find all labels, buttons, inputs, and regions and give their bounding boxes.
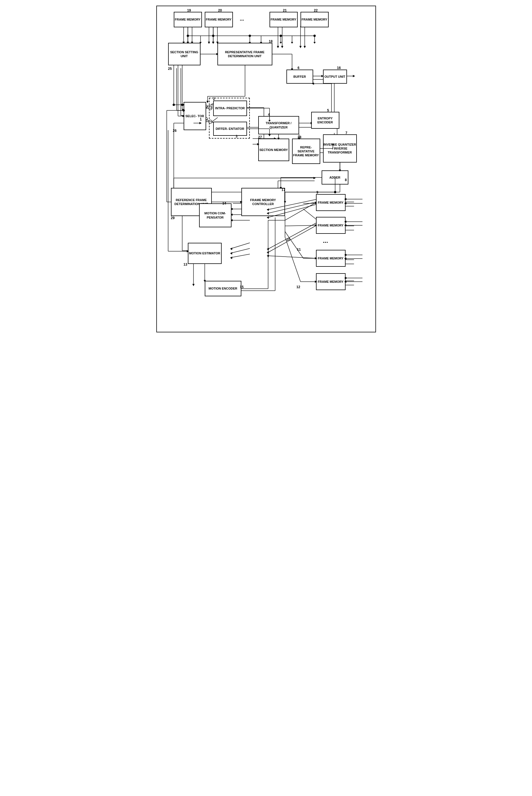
label-21: 21 <box>283 8 287 13</box>
svg-point-152 <box>173 103 175 106</box>
label-10: 10 <box>286 238 290 242</box>
frame-memory-12: FRAME MEMORY <box>316 273 345 290</box>
inverse-quantizer: INVERSE QUANTIZER / INVERSE TRANSFORMER <box>323 134 357 163</box>
svg-marker-212 <box>267 248 269 250</box>
frame-memory-21: FRAME MEMORY <box>269 12 298 27</box>
label-4: 4 <box>268 113 270 117</box>
svg-point-188 <box>334 191 336 193</box>
svg-marker-133 <box>212 42 214 44</box>
svg-marker-101 <box>230 248 232 250</box>
svg-line-104 <box>231 254 250 258</box>
label-5: 5 <box>327 109 329 112</box>
label-29: 29 <box>171 216 175 220</box>
svg-line-197 <box>285 225 316 226</box>
svg-line-195 <box>285 203 316 220</box>
svg-line-213 <box>268 226 316 252</box>
ellipsis-middle: ... <box>323 237 328 245</box>
label-22: 22 <box>314 8 318 13</box>
svg-point-127 <box>212 35 214 37</box>
svg-marker-144 <box>291 42 293 44</box>
svg-marker-216 <box>267 254 269 257</box>
svg-point-146 <box>314 35 316 37</box>
svg-marker-38 <box>206 101 209 103</box>
label-12: 12 <box>297 285 300 289</box>
motion-compensator: MOTION COM- PENSATOR <box>199 203 231 227</box>
repr-frame-memory: REPRE- SENTATIVE FRAME MEMORY <box>292 138 320 164</box>
adder: ADDER <box>322 170 348 185</box>
label-15: 15 <box>240 285 244 289</box>
label-27: 27 <box>258 135 262 139</box>
svg-marker-9 <box>212 42 214 44</box>
svg-marker-111 <box>192 284 195 286</box>
label-11: 11 <box>297 248 301 251</box>
svg-marker-103 <box>230 252 232 254</box>
svg-line-102 <box>231 248 250 253</box>
svg-marker-15 <box>281 46 283 48</box>
svg-marker-148 <box>314 42 316 44</box>
label-19: 19 <box>187 8 191 13</box>
svg-line-215 <box>268 256 316 258</box>
section-setting-unit: SECTION SETTING UNIT <box>168 43 201 65</box>
frame-memory-19: FRAME MEMORY <box>174 12 202 27</box>
frame-memory-controller: FRAME MEMORY CONTROLLER <box>241 188 285 216</box>
label-20: 20 <box>218 8 222 13</box>
label-8: 8 <box>345 178 347 182</box>
buffer: BUFFER <box>286 70 313 84</box>
svg-point-138 <box>249 35 251 37</box>
label-7: 7 <box>345 131 347 135</box>
frame-memory-20: FRAME MEMORY <box>205 12 233 27</box>
motion-encoder: MOTION ENCODER <box>205 281 241 296</box>
svg-marker-28 <box>353 75 355 77</box>
label-14: 14 <box>223 202 226 205</box>
label-13: 13 <box>184 263 187 266</box>
svg-marker-17 <box>299 46 302 48</box>
svg-line-202 <box>285 237 301 282</box>
svg-line-199 <box>285 231 303 258</box>
label-3: 3 <box>236 134 238 138</box>
intra-predictor: INTRA- PREDICTOR <box>213 100 247 116</box>
svg-marker-109 <box>314 177 316 179</box>
frame-memory-11: FRAME MEMORY <box>316 250 345 267</box>
svg-marker-142 <box>280 42 282 44</box>
svg-point-153 <box>181 103 183 106</box>
section-memory: SECTION MEMORY <box>258 138 289 161</box>
label-26: 26 <box>173 129 176 133</box>
label-28: 28 <box>298 135 301 139</box>
label-25: 25 <box>168 67 172 71</box>
label-1: 1 <box>200 117 202 121</box>
diagram-container: FRAME MEMORY 19 FRAME MEMORY 20 ... FRAM… <box>156 6 376 333</box>
label-2: 2 <box>213 97 215 101</box>
svg-marker-19 <box>304 46 306 48</box>
svg-marker-13 <box>277 46 279 48</box>
label-16: 16 <box>337 66 341 70</box>
label-18: 18 <box>269 39 273 43</box>
frame-memory-10: FRAME MEMORY <box>316 217 345 234</box>
frame-memory-9: FRAME MEMORY <box>316 194 345 211</box>
output-unit: OUTPUT UNIT <box>323 70 347 84</box>
svg-line-100 <box>231 243 250 248</box>
entropy-encoder: ENTROPY ENCODER <box>311 112 339 129</box>
differentiator: DIFFER- ENTIATOR <box>213 122 247 136</box>
label-9: 9 <box>317 190 319 194</box>
svg-line-76 <box>303 209 317 220</box>
svg-marker-214 <box>267 251 269 254</box>
svg-point-126 <box>187 35 189 37</box>
svg-marker-210 <box>267 216 269 219</box>
ellipsis-top: ... <box>240 16 244 22</box>
svg-marker-7 <box>208 42 210 44</box>
svg-point-140 <box>280 35 282 37</box>
svg-marker-105 <box>230 257 232 259</box>
svg-marker-174 <box>268 134 271 136</box>
svg-line-211 <box>268 223 316 249</box>
motion-estimator: MOTION ESTIMATOR <box>188 243 222 264</box>
frame-memory-22: FRAME MEMORY <box>301 12 329 27</box>
label-6: 6 <box>298 66 300 70</box>
representative-frame-det-unit: REPRESENTATIVE FRAME DETERMINATION UNIT <box>217 43 272 65</box>
label-17: 17 <box>282 188 285 192</box>
selector: SELEC- TOR <box>184 102 206 130</box>
transformer-quantizer: TRANSFORMER / QUANTIZER <box>258 116 299 134</box>
